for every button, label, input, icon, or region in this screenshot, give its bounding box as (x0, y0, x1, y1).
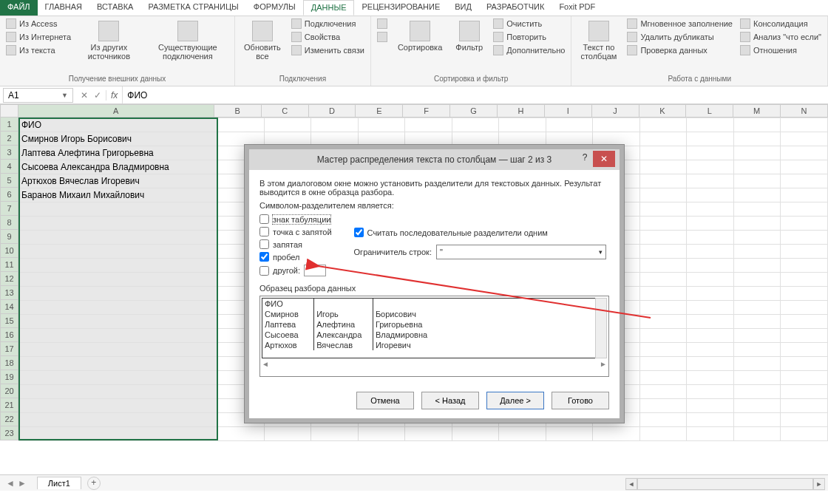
row-header-9[interactable]: 9 (0, 230, 18, 244)
tab-file[interactable]: ФАЙЛ (0, 0, 38, 16)
cell[interactable] (733, 259, 781, 273)
cell[interactable]: Смирнов Игорь Борисович (19, 132, 217, 146)
row-header-3[interactable]: 3 (0, 146, 18, 160)
col-header-G[interactable]: G (450, 104, 498, 118)
whatif-button[interactable]: Анализ "что если" (739, 31, 823, 43)
edit-links-button[interactable]: Изменить связи (290, 44, 366, 56)
text-qualifier-select[interactable]: "▾ (436, 245, 606, 259)
text-to-columns-button[interactable]: Текст по столбцам (576, 18, 621, 64)
refresh-all-button[interactable]: Обновить все (240, 18, 285, 64)
cell[interactable] (19, 287, 217, 301)
select-all-corner[interactable] (0, 104, 18, 118)
cell[interactable] (687, 231, 734, 245)
cell[interactable] (639, 329, 687, 343)
cell[interactable] (639, 371, 687, 385)
scroll-right-icon[interactable]: ► (813, 478, 825, 490)
consecutive-checkbox[interactable]: Считать последовательные разделители одн… (354, 228, 606, 237)
col-header-I[interactable]: I (545, 104, 592, 118)
cell[interactable] (19, 273, 217, 287)
cell[interactable] (687, 371, 734, 385)
cell[interactable] (639, 160, 687, 174)
filter-button[interactable]: Фильтр (451, 18, 487, 55)
cell[interactable] (781, 202, 828, 217)
flash-fill-button[interactable]: Мгновенное заполнение (625, 18, 734, 30)
cell[interactable] (593, 427, 640, 441)
cell[interactable] (19, 357, 217, 371)
col-header-K[interactable]: K (639, 104, 687, 118)
col-header-B[interactable]: B (214, 104, 262, 118)
next-button[interactable]: Далее > (486, 392, 544, 409)
cell[interactable] (639, 343, 687, 357)
finish-button[interactable]: Готово (552, 392, 609, 409)
col-header-E[interactable]: E (356, 104, 403, 118)
relations-button[interactable]: Отношения (739, 44, 823, 56)
cell[interactable] (781, 371, 828, 385)
cell[interactable] (781, 146, 828, 160)
cell[interactable] (687, 118, 734, 132)
cell[interactable]: Лаптева Алефтина Григорьевна (19, 146, 217, 160)
cell[interactable] (687, 273, 734, 287)
cell[interactable] (639, 146, 687, 160)
cell[interactable] (733, 427, 781, 441)
cell[interactable] (217, 427, 265, 441)
tab-data[interactable]: ДАННЫЕ (303, 0, 355, 16)
col-header-D[interactable]: D (309, 104, 356, 118)
cell[interactable] (687, 245, 734, 259)
row-header-6[interactable]: 6 (0, 188, 18, 202)
clear-button[interactable]: Очистить (492, 18, 566, 30)
cell[interactable] (733, 202, 781, 217)
cell[interactable] (19, 231, 217, 245)
cell[interactable] (781, 329, 828, 343)
cell[interactable] (639, 118, 687, 132)
cell[interactable] (639, 202, 687, 217)
cell[interactable] (499, 118, 546, 132)
cell[interactable] (781, 259, 828, 273)
cell[interactable] (733, 399, 781, 413)
formula-input[interactable]: ФИО (122, 86, 828, 103)
cell[interactable] (687, 413, 734, 427)
cell[interactable] (264, 118, 311, 132)
col-header-H[interactable]: H (498, 104, 545, 118)
row-header-18[interactable]: 18 (0, 356, 18, 370)
cell[interactable] (687, 427, 734, 441)
data-validation-button[interactable]: Проверка данных (625, 44, 734, 56)
connections-button[interactable]: Подключения (290, 18, 366, 30)
preview-scrollbar-v[interactable] (595, 298, 607, 358)
delim-comma[interactable]: запятая (259, 239, 332, 249)
chevron-down-icon[interactable]: ▼ (61, 92, 68, 99)
row-header-19[interactable]: 19 (0, 370, 18, 384)
row-header-20[interactable]: 20 (0, 384, 18, 398)
cell[interactable] (217, 118, 265, 132)
sort-button[interactable]: Сортировка (393, 18, 447, 55)
cell[interactable] (687, 315, 734, 329)
cell[interactable] (264, 427, 311, 441)
properties-button[interactable]: Свойства (290, 31, 366, 43)
cell[interactable] (593, 118, 640, 132)
cell[interactable] (733, 357, 781, 371)
row-header-22[interactable]: 22 (0, 412, 18, 426)
cell[interactable] (19, 202, 217, 217)
cell[interactable] (781, 160, 828, 174)
cell[interactable] (405, 427, 452, 441)
sheet-nav-last-icon[interactable]: ► (18, 478, 27, 488)
close-button[interactable]: ✕ (593, 151, 615, 167)
cell[interactable] (19, 259, 217, 273)
tab-developer[interactable]: РАЗРАБОТЧИК (479, 0, 552, 16)
cell[interactable] (687, 174, 734, 188)
cell[interactable] (639, 357, 687, 371)
cell[interactable] (781, 217, 828, 231)
tab-layout[interactable]: РАЗМЕТКА СТРАНИЦЫ (140, 0, 245, 16)
cell[interactable] (733, 273, 781, 287)
delim-tab[interactable]: знак табуляции (259, 214, 332, 224)
cancel-formula-icon[interactable]: ✕ (81, 90, 88, 101)
cell[interactable] (781, 273, 828, 287)
cell[interactable] (733, 188, 781, 202)
cell[interactable] (639, 385, 687, 399)
sheet-tab[interactable]: Лист1 (37, 477, 81, 489)
row-header-2[interactable]: 2 (0, 132, 18, 146)
cell[interactable] (19, 399, 217, 413)
cell[interactable] (19, 371, 217, 385)
cell[interactable] (781, 132, 828, 146)
col-header-A[interactable]: A (18, 104, 214, 118)
cell[interactable] (687, 357, 734, 371)
